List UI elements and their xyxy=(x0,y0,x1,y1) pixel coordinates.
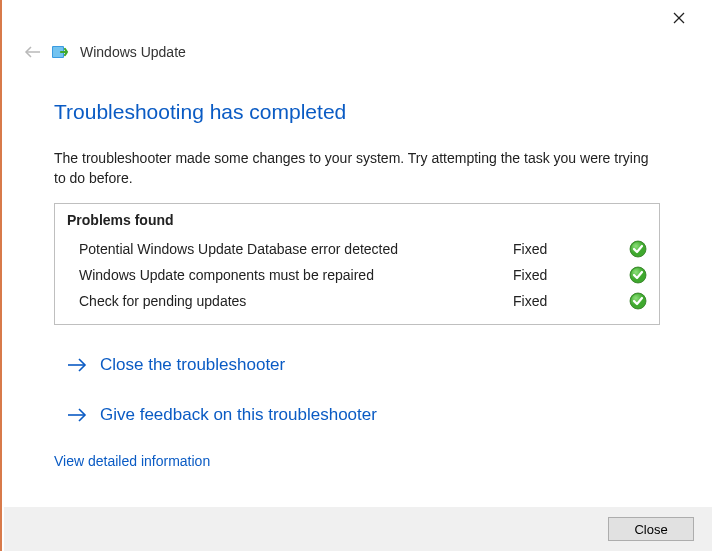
action-links: Close the troubleshooter Give feedback o… xyxy=(54,349,660,431)
give-feedback-link[interactable]: Give feedback on this troubleshooter xyxy=(54,399,660,431)
give-feedback-label: Give feedback on this troubleshooter xyxy=(100,405,377,425)
checkmark-icon xyxy=(629,266,647,284)
footer: Close xyxy=(4,507,712,551)
problems-found-box: Problems found Potential Windows Update … xyxy=(54,203,660,325)
arrow-right-icon xyxy=(66,407,88,423)
windows-update-icon xyxy=(52,44,70,60)
problem-row: Windows Update components must be repair… xyxy=(67,262,647,288)
page-heading: Troubleshooting has completed xyxy=(54,100,660,124)
status-fixed-icon xyxy=(623,292,647,310)
close-troubleshooter-label: Close the troubleshooter xyxy=(100,355,285,375)
problem-status: Fixed xyxy=(513,241,623,257)
close-button[interactable]: Close xyxy=(608,517,694,541)
close-troubleshooter-link[interactable]: Close the troubleshooter xyxy=(54,349,660,381)
problem-status: Fixed xyxy=(513,267,623,283)
back-button[interactable] xyxy=(24,45,42,59)
window-close-button[interactable] xyxy=(658,4,700,32)
checkmark-icon xyxy=(629,240,647,258)
app-title: Windows Update xyxy=(80,44,186,60)
back-arrow-icon xyxy=(24,45,42,59)
checkmark-icon xyxy=(629,292,647,310)
problem-status: Fixed xyxy=(513,293,623,309)
header: Windows Update xyxy=(2,36,712,68)
problem-label: Potential Windows Update Database error … xyxy=(79,241,513,257)
problem-row: Check for pending updates Fixed xyxy=(67,288,647,314)
status-fixed-icon xyxy=(623,240,647,258)
view-detailed-information-link[interactable]: View detailed information xyxy=(54,453,210,469)
content-area: Troubleshooting has completed The troubl… xyxy=(2,68,712,479)
problem-row: Potential Windows Update Database error … xyxy=(67,236,647,262)
problem-label: Check for pending updates xyxy=(79,293,513,309)
problems-header: Problems found xyxy=(67,212,647,228)
problem-label: Windows Update components must be repair… xyxy=(79,267,513,283)
page-description: The troubleshooter made some changes to … xyxy=(54,148,660,189)
titlebar xyxy=(2,0,712,36)
arrow-right-icon xyxy=(66,357,88,373)
status-fixed-icon xyxy=(623,266,647,284)
close-icon xyxy=(673,12,685,24)
